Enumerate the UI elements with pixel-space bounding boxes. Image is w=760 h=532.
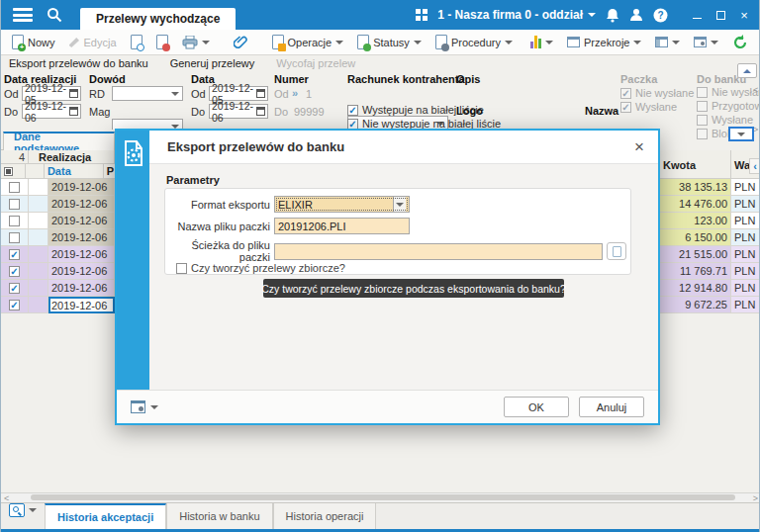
column-header-partial[interactable]: P <box>104 164 115 179</box>
cell-currency[interactable]: PLN <box>731 280 760 297</box>
numer-od-value[interactable]: 1 <box>306 88 312 100</box>
window-tab-przelewy[interactable]: Przelewy wychodzące <box>80 8 236 30</box>
operations-menu[interactable]: Operacje <box>267 33 349 51</box>
export-to-bank-link[interactable]: Eksport przelewów do banku <box>9 57 148 69</box>
print-button[interactable] <box>177 34 215 51</box>
table-row[interactable]: 21 515.00PLN <box>660 246 760 263</box>
cell-date[interactable]: 2019-12-06 <box>48 229 115 246</box>
checkbox-checked-icon[interactable]: ✓ <box>347 105 358 116</box>
cell-date[interactable]: 2019-12-06 <box>48 246 115 263</box>
select-all-checkbox-icon[interactable] <box>4 167 13 176</box>
table-row[interactable]: 12 914.80PLN <box>660 280 760 297</box>
checkbox-checked-icon[interactable]: ✓ <box>620 88 631 99</box>
table-row[interactable]: ✓2019-12-06 <box>1 297 115 313</box>
cell-date[interactable]: 2019-12-06 <box>48 196 115 213</box>
search-icon[interactable] <box>47 7 62 23</box>
cell-date[interactable]: 2019-12-06 <box>48 179 115 196</box>
cell-currency[interactable]: PLN <box>731 263 760 280</box>
data-realizacji-do-input[interactable]: 2019-12-06 <box>22 104 81 119</box>
table-row[interactable]: 9 672.25PLN <box>660 297 760 313</box>
row-checkbox[interactable]: ✓ <box>9 266 20 277</box>
panel-toggle-button[interactable] <box>650 35 685 49</box>
przekroje-button[interactable]: Przekroje <box>562 35 646 50</box>
cancel-button[interactable]: Anuluj <box>579 397 644 417</box>
row-checkbox[interactable] <box>9 199 20 210</box>
select-all-header[interactable] <box>1 164 26 179</box>
browse-path-button[interactable] <box>607 242 626 260</box>
do-banku-item[interactable]: Nie wysłane <box>697 86 760 98</box>
help-icon[interactable]: ? <box>653 8 668 23</box>
user-icon[interactable] <box>629 8 643 22</box>
tab-dane-podstawowe[interactable]: Dane podstawowe <box>3 132 115 150</box>
cell-currency[interactable]: PLN <box>731 179 760 196</box>
do-banku-partial-select[interactable] <box>728 127 754 141</box>
calendar-icon[interactable] <box>69 89 78 98</box>
cell-amount[interactable]: 12 914.80 <box>660 280 731 297</box>
tab-historia-operacji[interactable]: Historia operacji <box>273 503 377 529</box>
column-header-kwota[interactable]: Kwota <box>660 150 731 179</box>
table-row[interactable]: 38 135.13PLN <box>660 179 760 196</box>
paczka-wyslane-row[interactable]: ✓ Wysłane <box>620 101 677 113</box>
checkbox-icon[interactable] <box>697 115 708 126</box>
tab-historia-akceptacji[interactable]: Historia akceptacji <box>45 503 166 529</box>
do-banku-item[interactable]: Wysłane <box>697 114 760 126</box>
table-row[interactable]: ✓2019-12-06 <box>1 246 115 263</box>
combo-dropdown-button[interactable] <box>393 197 406 212</box>
scroll-right-icon[interactable]: > <box>753 493 758 503</box>
zbiorcze-checkbox-row[interactable]: Czy tworzyć przelewy zbiorcze? <box>176 262 345 274</box>
statuses-menu[interactable]: Statusy <box>352 33 427 51</box>
checkbox-icon[interactable] <box>697 129 708 139</box>
edit-button[interactable]: Edycja <box>64 35 122 50</box>
attachment-button[interactable] <box>229 33 253 51</box>
cell-currency[interactable]: PLN <box>731 213 760 229</box>
procedures-menu[interactable]: Procedury <box>430 33 518 51</box>
cell-date[interactable]: 2019-12-06 <box>48 263 115 280</box>
row-checkbox[interactable]: ✓ <box>9 300 20 310</box>
preview-button[interactable] <box>126 33 147 51</box>
row-checkbox[interactable]: ✓ <box>9 283 20 294</box>
cell-amount[interactable]: 123.00 <box>660 213 731 229</box>
column-scroll-left-icon[interactable]: ‹ <box>749 158 760 174</box>
new-button[interactable]: + Nowy <box>7 33 60 51</box>
format-select[interactable]: ELIXIR <box>274 196 410 213</box>
delete-button[interactable] <box>151 33 173 51</box>
paczka-nie-wyslane-row[interactable]: ✓ Nie wysłane <box>620 87 694 99</box>
maximize-button[interactable] <box>710 4 731 26</box>
cell-currency[interactable]: PLN <box>731 196 760 213</box>
dowod-rd-select[interactable] <box>112 86 183 101</box>
withdraw-transfer-link[interactable]: Wycofaj przelew <box>276 57 355 69</box>
table-row[interactable]: 123.00PLN <box>660 213 760 229</box>
cell-currency[interactable]: PLN <box>731 297 760 313</box>
row-checkbox[interactable]: ✓ <box>9 249 20 260</box>
table-row[interactable]: 11 769.71PLN <box>660 263 760 280</box>
refresh-button[interactable] <box>727 33 753 52</box>
do-banku-item[interactable]: Przygotowan <box>697 100 760 112</box>
cell-date[interactable]: 2019-12-06 <box>48 213 115 229</box>
filter-scroll-left-icon[interactable]: < <box>753 85 758 95</box>
calendar-icon[interactable] <box>69 107 78 116</box>
cell-amount[interactable]: 6 150.00 <box>660 229 731 246</box>
dialog-settings-icon[interactable] <box>131 400 145 413</box>
bell-icon[interactable] <box>606 8 619 23</box>
table-row[interactable]: 2019-12-06 <box>1 179 115 196</box>
scroll-left-icon[interactable]: < <box>4 493 9 503</box>
table-row[interactable]: 14 476.00PLN <box>660 196 760 213</box>
path-input[interactable] <box>274 243 603 260</box>
generate-transfers-link[interactable]: Generuj przelewy <box>170 57 255 69</box>
collapse-filter-button[interactable] <box>737 63 757 78</box>
cell-amount[interactable]: 14 476.00 <box>660 196 731 213</box>
checkbox-icon[interactable] <box>697 87 708 98</box>
table-row[interactable]: 6 150.00PLN <box>660 229 760 246</box>
row-checkbox[interactable] <box>9 232 20 243</box>
row-checkbox[interactable] <box>9 216 20 226</box>
chevron-down-icon[interactable] <box>150 405 158 409</box>
table-row[interactable]: 2019-12-06 <box>1 213 115 229</box>
scrollbar-thumb[interactable] <box>31 494 735 500</box>
row-checkbox[interactable] <box>9 182 20 193</box>
company-selector[interactable]: 1 - Nasza firma 0 - oddział <box>437 8 596 22</box>
group-header-realizacja[interactable]: Realizacja <box>29 150 115 164</box>
table-row[interactable]: 2019-12-06 <box>1 196 115 213</box>
cell-currency[interactable]: PLN <box>731 229 760 246</box>
minimize-button[interactable] <box>686 4 708 26</box>
cell-currency[interactable]: PLN <box>731 246 760 263</box>
